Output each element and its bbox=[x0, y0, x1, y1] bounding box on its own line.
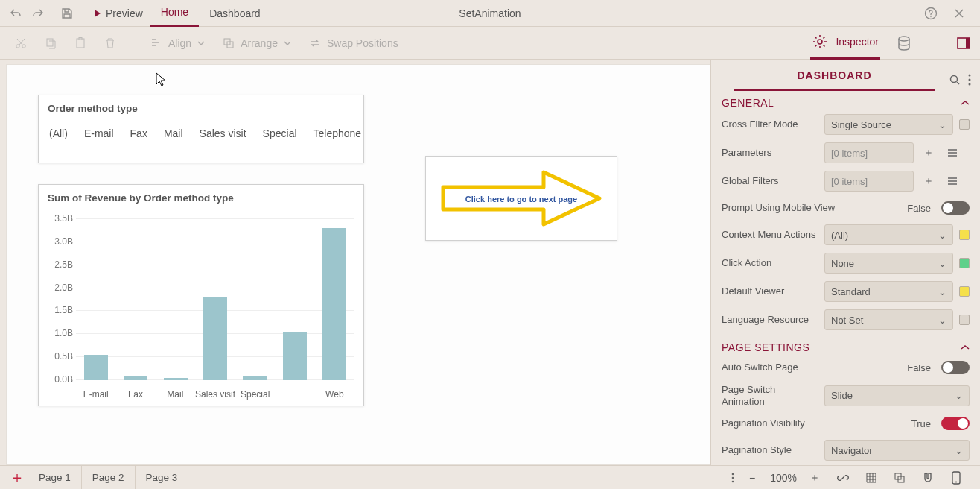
arrange-icon bbox=[223, 37, 235, 49]
svg-point-22 bbox=[955, 481, 957, 482]
copy-icon[interactable] bbox=[39, 31, 63, 55]
link-icon[interactable] bbox=[833, 467, 853, 488]
paste-icon[interactable] bbox=[69, 31, 92, 55]
gear-icon bbox=[812, 34, 828, 50]
data-icon[interactable] bbox=[895, 34, 913, 52]
inspector-tab[interactable]: Inspector bbox=[810, 27, 880, 60]
close-icon[interactable] bbox=[949, 3, 970, 24]
row-page-animation: Page Switch Animation Slide⌄ bbox=[711, 380, 980, 411]
overlap-icon[interactable] bbox=[889, 467, 910, 488]
filter-option[interactable]: Mail bbox=[164, 127, 183, 139]
tab-dashboard[interactable]: Dashboard bbox=[199, 0, 271, 27]
pages-more-icon[interactable] bbox=[724, 473, 742, 483]
color-swatch[interactable] bbox=[959, 258, 970, 268]
tab-home[interactable]: Home bbox=[150, 0, 199, 27]
magnet-icon[interactable] bbox=[917, 467, 938, 488]
row-click-action: Click Action None⌄ bbox=[711, 249, 980, 277]
filter-option[interactable]: Fax bbox=[130, 127, 147, 139]
mouse-cursor-icon bbox=[156, 72, 168, 87]
arrow-text: Click here to go to next page bbox=[465, 195, 577, 204]
list-icon[interactable] bbox=[944, 144, 961, 162]
svg-point-18 bbox=[732, 480, 734, 482]
pagination-visibility-toggle[interactable] bbox=[941, 417, 970, 430]
svg-rect-11 bbox=[966, 38, 970, 48]
filter-title: Order method type bbox=[39, 95, 363, 117]
add-page-button[interactable]: ＋ bbox=[6, 467, 28, 489]
swap-icon bbox=[309, 37, 321, 49]
chart-widget[interactable]: Sum of Revenue by Order method type 0.0B… bbox=[38, 184, 364, 406]
delete-icon[interactable] bbox=[98, 31, 122, 55]
filter-widget[interactable]: Order method type (All) E-mail Fax Mail … bbox=[38, 95, 364, 163]
filter-option[interactable]: Special bbox=[263, 127, 297, 139]
svg-point-13 bbox=[969, 75, 971, 77]
row-pagination-style: Pagination Style Navigator⌄ bbox=[711, 436, 980, 464]
filter-option[interactable]: Sales visit bbox=[200, 127, 246, 139]
list-icon[interactable] bbox=[944, 172, 961, 190]
filter-option[interactable]: E-mail bbox=[84, 127, 114, 139]
chart-title: Sum of Revenue by Order method type bbox=[39, 185, 363, 206]
svg-point-12 bbox=[951, 76, 958, 83]
mobile-icon[interactable] bbox=[946, 467, 967, 488]
help-icon[interactable] bbox=[920, 3, 941, 24]
search-icon[interactable] bbox=[949, 74, 961, 86]
context-menu-select[interactable]: (All)⌄ bbox=[824, 224, 953, 245]
cross-filter-select[interactable]: Single Source⌄ bbox=[824, 114, 953, 135]
section-general[interactable]: GENERAL bbox=[711, 89, 980, 110]
page-tab[interactable]: Page 3 bbox=[136, 466, 189, 490]
svg-point-15 bbox=[969, 83, 971, 86]
default-viewer-select[interactable]: Standard⌄ bbox=[824, 281, 953, 302]
arrow-widget[interactable]: Click here to go to next page bbox=[425, 156, 617, 241]
color-swatch[interactable] bbox=[959, 286, 970, 297]
chevron-down-icon bbox=[197, 41, 205, 45]
global-filters-field[interactable]: [0 items] bbox=[824, 171, 914, 192]
color-swatch[interactable] bbox=[959, 315, 970, 325]
menu-bar: Preview Home Dashboard SetAnimation bbox=[0, 0, 980, 27]
chart-x-labels: E-mailFaxMailSales visitSpecialWeb bbox=[76, 389, 354, 400]
row-parameters: Parameters [0 items] ＋ bbox=[711, 139, 980, 167]
page-tab[interactable]: Page 2 bbox=[82, 466, 136, 490]
add-icon[interactable]: ＋ bbox=[920, 144, 938, 162]
click-action-select[interactable]: None⌄ bbox=[824, 253, 953, 274]
inspector-title: DASHBOARD bbox=[734, 69, 935, 91]
swap-positions-button[interactable]: Swap Positions bbox=[303, 37, 404, 49]
page-animation-select[interactable]: Slide⌄ bbox=[824, 385, 970, 406]
svg-rect-3 bbox=[47, 39, 53, 46]
more-icon[interactable] bbox=[968, 74, 971, 86]
filter-option[interactable]: Telephone bbox=[314, 127, 362, 139]
pagination-style-select[interactable]: Navigator⌄ bbox=[824, 440, 970, 461]
prompt-mobile-toggle[interactable] bbox=[941, 201, 970, 215]
chart-plot-area: 0.0B0.5B1.0B1.5B2.0B2.5B3.0B3.5B bbox=[76, 219, 354, 380]
row-language: Language Resource Not Set⌄ bbox=[711, 306, 980, 334]
redo-icon[interactable] bbox=[27, 3, 48, 24]
row-context-menu: Context Menu Actions (All)⌄ bbox=[711, 221, 980, 249]
language-select[interactable]: Not Set⌄ bbox=[824, 309, 953, 330]
filter-option[interactable]: (All) bbox=[49, 127, 68, 139]
section-page-settings[interactable]: PAGE SETTINGS bbox=[711, 334, 980, 355]
parameters-field[interactable]: [0 items] bbox=[824, 142, 914, 163]
svg-point-8 bbox=[818, 40, 822, 44]
add-icon[interactable]: ＋ bbox=[920, 172, 938, 190]
grid-icon[interactable] bbox=[861, 467, 882, 488]
svg-point-14 bbox=[969, 79, 971, 81]
undo-icon[interactable] bbox=[6, 3, 27, 24]
color-swatch[interactable] bbox=[959, 119, 970, 130]
svg-point-16 bbox=[732, 473, 734, 475]
chevron-down-icon bbox=[284, 41, 291, 45]
design-canvas[interactable]: Order method type (All) E-mail Fax Mail … bbox=[6, 64, 710, 465]
zoom-out-button[interactable]: − bbox=[742, 467, 763, 488]
preview-button[interactable]: Preview bbox=[86, 7, 150, 19]
chevron-up-icon bbox=[961, 100, 970, 106]
auto-switch-toggle[interactable] bbox=[941, 361, 970, 374]
zoom-in-button[interactable]: ＋ bbox=[804, 467, 825, 488]
align-icon bbox=[150, 37, 162, 49]
page-tab[interactable]: Page 1 bbox=[28, 466, 82, 490]
panel-toggle-icon[interactable] bbox=[956, 36, 971, 51]
align-dropdown[interactable]: Align bbox=[144, 37, 211, 49]
color-swatch[interactable] bbox=[959, 230, 970, 240]
svg-point-17 bbox=[732, 476, 734, 479]
row-global-filters: Global Filters [0 items] ＋ bbox=[711, 167, 980, 195]
row-cross-filter: Cross Filter Mode Single Source⌄ bbox=[711, 110, 980, 139]
cut-icon[interactable] bbox=[9, 31, 33, 55]
save-icon[interactable] bbox=[57, 3, 77, 24]
arrange-dropdown[interactable]: Arrange bbox=[217, 37, 297, 49]
